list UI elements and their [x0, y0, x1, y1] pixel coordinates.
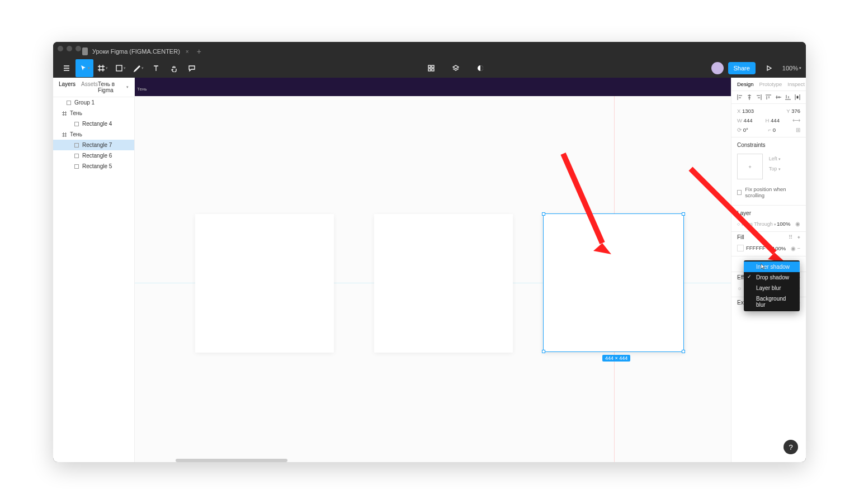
help-button[interactable]: ?	[784, 440, 798, 454]
dropdown-item-inner-shadow[interactable]: Inner shadow	[744, 261, 800, 272]
layer-item[interactable]: Rectangle 5	[53, 161, 134, 172]
layer-section-title: Layer	[731, 206, 806, 218]
move-tool[interactable]: ▾	[75, 59, 93, 77]
w-input[interactable]: 444	[744, 117, 753, 123]
visibility-icon[interactable]: ◉	[795, 221, 800, 227]
v-constraint-select[interactable]: Top	[769, 166, 777, 172]
resize-handle-tr[interactable]	[682, 212, 685, 216]
align-left-icon[interactable]	[737, 94, 743, 100]
mask-tool[interactable]	[447, 59, 465, 77]
rectangle-7-shape-selected[interactable]	[543, 213, 684, 352]
resize-handle-br[interactable]	[682, 350, 685, 353]
checkbox-icon	[737, 190, 742, 195]
fill-styles-icon[interactable]: ⠿	[789, 234, 792, 240]
tab-close-icon[interactable]: ×	[186, 49, 189, 55]
independent-corners-icon[interactable]: ⊞	[796, 127, 800, 133]
align-hcenter-icon[interactable]	[747, 94, 752, 100]
blend-mode-select[interactable]: Pass Through	[742, 221, 773, 227]
align-bottom-icon[interactable]	[785, 94, 791, 100]
radius-input[interactable]: 0	[773, 127, 776, 133]
layer-tree: Group 1ТеньRectangle 4ТеньRectangle 7Rec…	[53, 97, 134, 172]
layer-name: Тень	[70, 110, 82, 116]
layer-item[interactable]: Group 1	[53, 97, 134, 108]
align-right-icon[interactable]	[756, 94, 762, 100]
rect-icon	[74, 122, 79, 126]
remove-fill-button[interactable]: −	[797, 245, 800, 251]
svg-rect-0	[116, 65, 122, 71]
component-tool[interactable]	[422, 59, 440, 77]
resize-handle-tl[interactable]	[542, 212, 545, 216]
frame-tool[interactable]: ▾	[93, 59, 111, 77]
frame-icon	[62, 111, 67, 116]
inspect-tab[interactable]: Inspect	[787, 81, 805, 87]
traffic-lights	[58, 46, 81, 51]
file-tab[interactable]: Уроки Figma (FIGMA.CENTER) ×	[82, 47, 189, 55]
shape-tool[interactable]: ▾	[111, 59, 129, 77]
layer-item[interactable]: Rectangle 7	[53, 140, 134, 150]
constraints-section: Left ▾ Top ▾ Fix position when scrolling	[731, 150, 806, 206]
layer-item[interactable]: Rectangle 4	[53, 118, 134, 129]
align-vcenter-icon[interactable]	[776, 94, 781, 100]
page-name: Тень в Figma	[98, 81, 125, 93]
minimize-window-button[interactable]	[67, 46, 72, 51]
zoom-select[interactable]: 100%▾	[782, 65, 801, 72]
dimensions-badge: 444 × 444	[602, 355, 630, 362]
y-input[interactable]: 376	[791, 108, 800, 114]
dropdown-item-background-blur[interactable]: Background blur	[744, 293, 800, 310]
figma-logo-icon	[82, 47, 88, 55]
constraints-widget[interactable]	[737, 154, 763, 179]
resize-handle-bl[interactable]	[542, 350, 545, 353]
dropdown-item-drop-shadow[interactable]: Drop shadow	[744, 272, 800, 283]
boolean-tool[interactable]	[471, 59, 489, 77]
horizontal-scrollbar[interactable]	[176, 459, 287, 462]
fill-opacity-input[interactable]: 100%	[772, 245, 786, 251]
distribute-icon[interactable]	[795, 94, 800, 100]
rect-icon	[74, 164, 79, 169]
fill-visibility-icon[interactable]: ◉	[791, 245, 796, 251]
lock-aspect-icon[interactable]: ⟷	[792, 117, 800, 123]
rectangle-6-shape[interactable]	[374, 214, 513, 353]
rect-icon	[74, 154, 79, 158]
right-panel-tabs: Design Prototype Inspect	[731, 78, 806, 91]
layer-opacity-input[interactable]: 100%	[777, 221, 790, 227]
effect-type-dropdown: Inner shadow Drop shadow Layer blur Back…	[744, 260, 800, 311]
layers-tab[interactable]: Layers	[59, 81, 75, 93]
toolbar-left: ▾ ▾ ▾ ▾	[58, 59, 201, 77]
canvas[interactable]: Тень 444 × 444	[135, 78, 731, 462]
layer-name: Group 1	[74, 99, 95, 106]
layer-name: Rectangle 4	[82, 121, 112, 127]
fix-position-checkbox[interactable]: Fix position when scrolling	[731, 184, 806, 203]
layer-item[interactable]: Тень	[53, 129, 134, 140]
fill-swatch[interactable]	[737, 245, 744, 251]
new-tab-button[interactable]: +	[197, 47, 201, 56]
maximize-window-button[interactable]	[75, 46, 81, 51]
h-input[interactable]: 444	[771, 117, 780, 123]
page-selector[interactable]: Тень в Figma▾	[98, 81, 129, 93]
layer-item[interactable]: Тень	[53, 108, 134, 118]
design-tab[interactable]: Design	[737, 81, 754, 87]
close-window-button[interactable]	[58, 46, 63, 51]
hand-tool[interactable]	[165, 59, 183, 77]
figma-window: Уроки Figma (FIGMA.CENTER) × + ▾ ▾ ▾ ▾ S…	[53, 42, 806, 462]
share-button[interactable]: Share	[728, 62, 756, 74]
main-menu-button[interactable]	[58, 59, 75, 77]
x-input[interactable]: 1303	[742, 108, 754, 114]
comment-tool[interactable]	[183, 59, 201, 77]
user-avatar[interactable]	[711, 62, 724, 74]
fill-hex-input[interactable]: FFFFFF	[746, 245, 766, 251]
present-button[interactable]	[760, 59, 778, 77]
assets-tab[interactable]: Assets	[81, 81, 98, 93]
align-top-icon[interactable]	[766, 94, 771, 100]
effect-settings-icon[interactable]: ☼	[737, 285, 742, 291]
h-constraint-select[interactable]: Left	[769, 156, 777, 161]
layer-item[interactable]: Rectangle 6	[53, 150, 134, 161]
text-tool[interactable]	[147, 59, 165, 77]
frame-label[interactable]: Тень	[137, 87, 147, 92]
rotation-input[interactable]: 0°	[743, 127, 748, 133]
prototype-tab[interactable]: Prototype	[759, 81, 782, 87]
pen-tool[interactable]: ▾	[129, 59, 147, 77]
rectangle-5-shape[interactable]	[195, 214, 334, 353]
add-fill-button[interactable]: +	[797, 234, 800, 240]
dropdown-item-layer-blur[interactable]: Layer blur	[744, 283, 800, 293]
alignment-controls	[731, 91, 806, 104]
